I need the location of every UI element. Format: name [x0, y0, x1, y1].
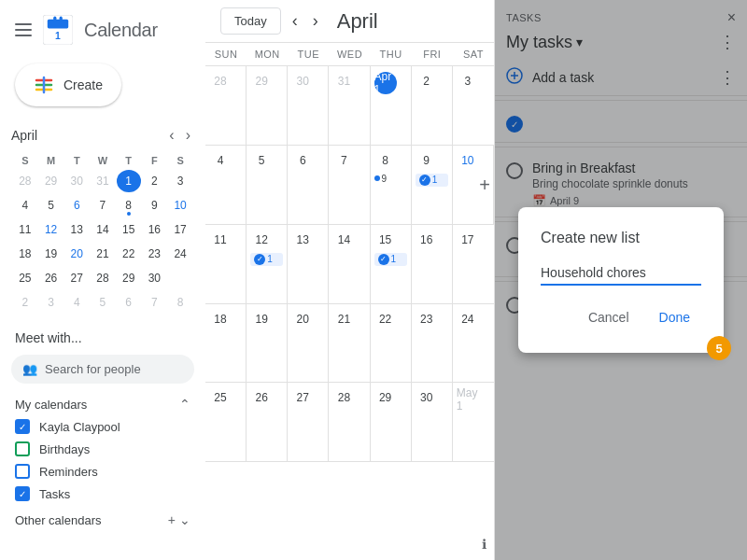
mini-date[interactable]: 28 [91, 267, 115, 289]
calendar-checkbox-kayla[interactable] [15, 419, 30, 434]
calendar-item-kayla[interactable]: Kayla Claypool [0, 415, 205, 438]
cal-cell[interactable]: 12 ✓ 1 [247, 225, 288, 303]
mini-date[interactable]: 16 [143, 218, 167, 241]
mini-date[interactable] [168, 267, 192, 289]
mini-date[interactable]: 27 [64, 267, 89, 289]
mini-date[interactable]: 6 [64, 194, 89, 217]
cancel-button[interactable]: Cancel [577, 304, 641, 330]
my-calendars-toggle[interactable]: ⌃ [179, 397, 190, 412]
mini-date[interactable]: 22 [117, 243, 141, 265]
cal-cell[interactable]: 18 [205, 304, 247, 383]
mini-date[interactable]: 24 [168, 243, 192, 265]
mini-date[interactable]: 3 [39, 291, 63, 314]
mini-date[interactable]: 19 [39, 243, 63, 265]
mini-date[interactable]: 26 [39, 267, 63, 289]
mini-date[interactable]: 12 [39, 218, 63, 241]
event-chip[interactable]: ✓ 1 [416, 174, 448, 187]
cal-cell[interactable]: 26 [247, 383, 288, 461]
cal-cell[interactable]: 5 [247, 146, 288, 224]
other-calendars-add[interactable]: + [168, 512, 176, 527]
mini-date[interactable]: 6 [117, 291, 141, 314]
cal-cell[interactable]: 28 [205, 66, 247, 145]
event-chip[interactable]: ✓ 1 [250, 253, 283, 266]
mini-date[interactable]: 31 [91, 170, 115, 192]
cal-cell[interactable]: 29 [247, 66, 288, 145]
calendar-checkbox-birthdays[interactable] [15, 441, 30, 456]
mini-date[interactable]: 9 [143, 194, 167, 217]
cal-cell[interactable]: Apr 1 [371, 66, 412, 145]
mini-next-button[interactable]: › [182, 125, 194, 146]
cal-cell[interactable]: 9 ✓ 1 [412, 146, 453, 224]
cal-cell[interactable]: 16 [412, 225, 453, 303]
cal-cell[interactable]: 3 [453, 66, 494, 145]
mini-date[interactable]: 7 [143, 291, 167, 314]
cal-cell[interactable]: 22 [371, 304, 412, 383]
cal-cell[interactable]: 28 [329, 383, 370, 461]
mini-date[interactable]: 20 [64, 243, 89, 265]
mini-date-today[interactable]: 1 [117, 170, 141, 192]
cal-cell[interactable]: 24 [453, 304, 494, 383]
mini-date[interactable]: 11 [13, 218, 37, 241]
mini-date[interactable]: 15 [117, 218, 141, 241]
cal-cell[interactable]: 27 [288, 383, 329, 461]
mini-date[interactable]: 25 [13, 267, 37, 289]
cal-cell[interactable]: May 1 [453, 383, 494, 461]
mini-date[interactable]: 4 [13, 194, 37, 217]
mini-date[interactable]: 8 [168, 291, 192, 314]
today-button[interactable]: Today [220, 7, 281, 35]
mini-date[interactable]: 10 [168, 194, 192, 217]
calendar-item-tasks[interactable]: Tasks [0, 483, 205, 505]
mini-date[interactable]: 29 [117, 267, 141, 289]
cal-cell[interactable]: 2 [412, 66, 453, 145]
hamburger-icon[interactable] [15, 23, 32, 36]
calendar-checkbox-reminders[interactable] [15, 464, 30, 479]
search-people-button[interactable]: 👥 Search for people [11, 355, 194, 384]
cal-cell[interactable]: 14 [329, 225, 370, 303]
cal-cell[interactable]: 31 [329, 66, 370, 145]
mini-date[interactable]: 30 [64, 170, 89, 192]
calendar-item-reminders[interactable]: Reminders [0, 460, 205, 483]
next-month-button[interactable]: › [309, 7, 322, 35]
cal-cell[interactable]: 20 [288, 304, 329, 383]
mini-date[interactable]: 8 [117, 194, 141, 217]
calendar-checkbox-tasks[interactable] [15, 486, 30, 501]
mini-date[interactable]: 14 [91, 218, 115, 241]
mini-date[interactable]: 13 [64, 218, 89, 241]
add-event-button[interactable]: + [479, 174, 490, 195]
mini-date[interactable]: 28 [13, 170, 37, 192]
event-chip[interactable]: ✓ 1 [374, 253, 407, 266]
mini-date[interactable]: 17 [168, 218, 192, 241]
calendar-item-birthdays[interactable]: Birthdays [0, 438, 205, 460]
prev-month-button[interactable]: ‹ [289, 7, 302, 35]
info-icon[interactable]: ℹ [482, 537, 486, 552]
cal-cell[interactable]: 6 [288, 146, 329, 224]
mini-date[interactable]: 5 [91, 291, 115, 314]
create-button[interactable]: Create [15, 63, 121, 106]
cal-cell[interactable]: 7 [329, 146, 370, 224]
mini-date[interactable]: 3 [168, 170, 192, 192]
cal-cell[interactable]: 30 [412, 383, 453, 461]
mini-date[interactable]: 2 [13, 291, 37, 314]
mini-date[interactable]: 5 [39, 194, 63, 217]
cal-cell[interactable]: 19 [247, 304, 288, 383]
mini-prev-button[interactable]: ‹ [165, 125, 177, 146]
cal-cell[interactable]: 30 [288, 66, 329, 145]
mini-date[interactable]: 2 [143, 170, 167, 192]
mini-date[interactable]: 7 [91, 194, 115, 217]
cal-cell[interactable]: 15 ✓ 1 [371, 225, 412, 303]
list-name-input[interactable] [541, 261, 701, 286]
cal-cell[interactable]: 8 9 [371, 146, 412, 224]
done-button[interactable]: Done [648, 304, 701, 330]
mini-date[interactable]: 30 [143, 267, 167, 289]
mini-date[interactable]: 21 [91, 243, 115, 265]
cal-cell[interactable]: 23 [412, 304, 453, 383]
mini-date[interactable]: 4 [64, 291, 89, 314]
cal-cell[interactable]: 4 [205, 146, 247, 224]
cal-cell[interactable]: 29 [371, 383, 412, 461]
cal-cell[interactable]: 17 [453, 225, 494, 303]
other-calendars-toggle[interactable]: ⌄ [179, 512, 190, 527]
mini-date[interactable]: 23 [143, 243, 167, 265]
cal-cell[interactable]: 21 [329, 304, 370, 383]
cal-cell[interactable]: 13 [288, 225, 329, 303]
cal-cell[interactable]: 25 [205, 383, 247, 461]
